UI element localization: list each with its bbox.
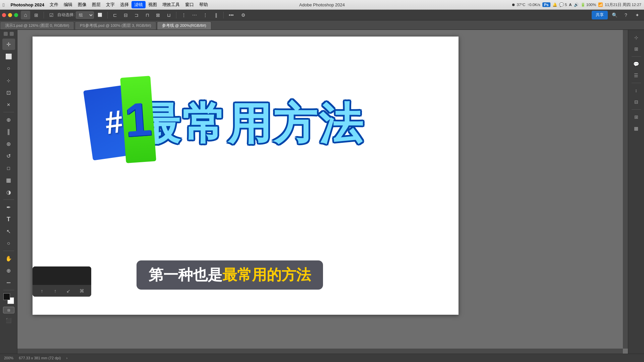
doc-tab-3[interactable]: 参考线 @ 200%(RGB/8#) (157, 21, 211, 29)
foreground-color-swatch[interactable] (3, 293, 10, 300)
spot-heal-btn[interactable]: ⊕ (2, 114, 15, 125)
color-swatches[interactable] (3, 293, 14, 304)
toolbar-separator-3 (176, 12, 176, 18)
more-tools-btn[interactable]: ••• (2, 277, 15, 288)
quick-mask-btn[interactable]: ⊟ (3, 307, 14, 313)
status-arrow: › (66, 356, 68, 360)
main-area: ✛ ⬜ ○ ⊹ ⊡ ✕ ⊕ ∥ ⊛ ↺ ◻ ▦ ◑ ✒ T ↖ ○ ✋ ⊕ ••… (0, 30, 644, 354)
maximize-button[interactable] (14, 13, 18, 17)
right-props-btn[interactable]: ⊟ (631, 97, 642, 107)
doc-tab-2[interactable]: PS参考线.psd @ 100% (图层 3, RGB/8#) (75, 21, 156, 29)
apple-logo[interactable]:  (3, 2, 4, 8)
transform-controls-btn[interactable]: ⬜ (95, 11, 105, 19)
home-button[interactable]: ⌂ (21, 11, 30, 19)
menubar-left:  Photoshop 2024 文件 编辑 图像 图层 文字 选择 滤镜 视图… (3, 1, 211, 8)
right-move-btn[interactable]: ⊹ (631, 33, 642, 43)
ai-button[interactable]: ✦ (633, 11, 642, 19)
auto-select-dropdown[interactable]: 组 图层 (76, 11, 94, 19)
gradient-btn[interactable]: ▦ (2, 174, 15, 186)
right-grid2-btn[interactable]: ▦ (631, 123, 642, 133)
align-left-btn[interactable]: ⊏ (110, 11, 120, 19)
panel-btn-3[interactable]: ↙ (64, 287, 73, 295)
volume-icon[interactable]: 🔊 (574, 2, 579, 7)
help-button[interactable]: ? (621, 11, 631, 19)
dist-v-btn[interactable]: ⋯ (190, 11, 199, 19)
magic-wand-btn[interactable]: ⊹ (2, 75, 15, 86)
canvas-document: # 1 最常用方法 第一种也是 最常用的方法 (33, 37, 459, 315)
eraser-btn[interactable]: ◻ (2, 162, 15, 174)
dodge-btn[interactable]: ◑ (2, 186, 15, 198)
horizontal-scrollbar[interactable] (17, 349, 623, 354)
status-size: 677.33 x 381 mm (72 dpi) (19, 356, 61, 360)
menu-select[interactable]: 选择 (117, 1, 131, 8)
subtitle-highlight-text: 最常用的方法 (222, 265, 311, 285)
close-button[interactable] (2, 13, 6, 17)
menu-window[interactable]: 窗口 (182, 1, 197, 8)
right-info-btn[interactable]: ☰ (631, 70, 642, 80)
pen-tool-btn[interactable]: ✒ (2, 201, 15, 213)
clone-stamp-btn[interactable]: ⊛ (2, 138, 15, 149)
menu-text[interactable]: 文字 (103, 1, 117, 8)
main-heading: 最常用方法 (137, 102, 365, 145)
move-tool-btn[interactable]: ✛ (2, 39, 15, 50)
menu-filter[interactable]: 滤镜 (131, 1, 146, 8)
subtitle-white-text: 第一种也是 (149, 265, 222, 285)
dist-h-btn[interactable]: ⋮ (179, 11, 189, 19)
history-brush-btn[interactable]: ↺ (2, 150, 15, 162)
path-select-btn[interactable]: ↖ (2, 226, 15, 237)
minimize-button[interactable] (8, 13, 12, 17)
eyedropper-btn[interactable]: ✕ (2, 99, 15, 110)
screen-mode-btn[interactable]: ⬛ (2, 315, 15, 326)
menu-app-name[interactable]: Photoshop 2024 (8, 2, 47, 8)
search-button[interactable]: 🔍 (610, 11, 619, 19)
dist-extra-btn[interactable]: ⋮ (201, 11, 210, 19)
menu-view[interactable]: 视图 (146, 1, 160, 8)
marquee-tool-btn[interactable]: ⬜ (2, 51, 15, 62)
menu-help[interactable]: 帮助 (197, 1, 211, 8)
align-right-btn[interactable]: ⊐ (132, 11, 141, 19)
auto-select-checkbox[interactable]: ☑ (47, 11, 56, 19)
settings-btn[interactable]: ⚙ (238, 11, 248, 19)
brush-tool-btn[interactable]: ∥ (2, 126, 15, 137)
panel-close-btn[interactable] (4, 32, 8, 36)
left-tool-panel: ✛ ⬜ ○ ⊹ ⊡ ✕ ⊕ ∥ ⊛ ↺ ◻ ▦ ◑ ✒ T ↖ ○ ✋ ⊕ ••… (0, 30, 17, 354)
wechat-icon[interactable]: 💬 5 (559, 2, 567, 7)
panel-handle[interactable] (10, 32, 14, 36)
toolbar-separator-1 (44, 12, 44, 18)
panel-btn-4[interactable]: ⌘ (77, 287, 86, 295)
panel-btn-1[interactable]: ↑ (38, 287, 46, 295)
menu-edit[interactable]: 编辑 (61, 1, 75, 8)
lasso-tool-btn[interactable]: ○ (2, 63, 15, 74)
zoom-tool-btn[interactable]: ⊕ (2, 265, 15, 276)
shape-tool-btn[interactable]: ○ (2, 238, 15, 249)
menu-image[interactable]: 图像 (75, 1, 89, 8)
wifi-icon[interactable]: 📶 (598, 2, 603, 7)
auto-select-label: 自动选择: (57, 12, 74, 18)
more-options-btn[interactable]: ••• (226, 11, 236, 19)
right-history-btn[interactable]: ↕ (631, 85, 642, 96)
green-badge: 1 (120, 76, 156, 163)
align-middle-btn[interactable]: ⊠ (153, 11, 163, 19)
align-center-h-btn[interactable]: ⊟ (121, 11, 130, 19)
right-grid-btn[interactable]: ⊞ (631, 112, 642, 122)
doc-tab-1[interactable]: 演示1.psd @ 126% (图层 0, RGB/8#) (0, 21, 74, 29)
crop-tool-btn[interactable]: ⊡ (2, 87, 15, 98)
align-top-btn[interactable]: ⊓ (143, 11, 152, 19)
share-button[interactable]: 共享 (592, 11, 608, 19)
panel-btn-2[interactable]: ↑ (51, 287, 60, 295)
menu-plugins[interactable]: 增效工具 (160, 1, 182, 8)
right-layers-grid-btn[interactable]: ⊞ (631, 44, 642, 54)
dist-extra2-btn[interactable]: ∥ (211, 11, 221, 19)
menu-layer[interactable]: 图层 (89, 1, 103, 8)
text-tool-btn[interactable]: T (2, 214, 15, 225)
network-status: ↑0.0K/s (527, 3, 540, 7)
move-options-btn[interactable]: ⊞ (32, 11, 41, 19)
right-comment-btn[interactable]: 💬 (631, 59, 642, 69)
align-bottom-btn[interactable]: ⊔ (164, 11, 173, 19)
notif-icon[interactable]: 🔔 (552, 2, 557, 7)
menu-file[interactable]: 文件 (47, 1, 61, 8)
hand-tool-btn[interactable]: ✋ (2, 253, 15, 264)
font-icon[interactable]: A (569, 3, 572, 7)
vertical-scrollbar[interactable] (623, 30, 628, 349)
battery-icon[interactable]: 🔋 100% (581, 2, 596, 7)
